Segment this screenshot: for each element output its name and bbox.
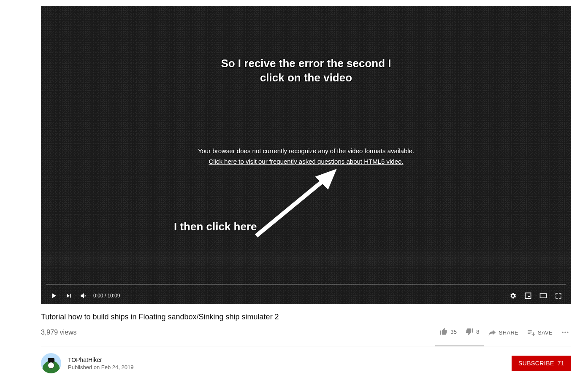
time-separator: /	[103, 293, 107, 299]
svg-point-2	[562, 332, 564, 333]
thumbs-up-icon	[439, 327, 448, 336]
video-title: Tutorial how to build ships in Floating …	[41, 313, 571, 321]
more-actions-button[interactable]	[559, 326, 571, 339]
theater-mode-button[interactable]	[536, 288, 551, 303]
dislike-count: 8	[476, 329, 480, 335]
more-horizontal-icon	[561, 328, 569, 337]
total-time: 10:09	[107, 293, 120, 299]
player-controls: 0:00 / 10:09	[41, 284, 571, 304]
annotation-line: click on the video	[41, 71, 571, 85]
annotation-text-top: So I recive the error the second I click…	[41, 57, 571, 85]
channel-name[interactable]: TOPhatHiker	[68, 356, 512, 363]
share-button[interactable]: SHARE	[484, 326, 523, 339]
volume-button[interactable]	[76, 288, 92, 303]
subscribe-button[interactable]: SUBSCRIBE 71	[512, 356, 571, 371]
video-player[interactable]: So I recive the error the second I click…	[41, 6, 571, 304]
miniplayer-button[interactable]	[520, 288, 536, 303]
annotation-line: So I recive the error the second I	[41, 57, 571, 71]
share-icon	[488, 328, 496, 337]
like-button[interactable]: 35	[435, 325, 461, 338]
svg-point-4	[567, 332, 568, 333]
settings-button[interactable]	[505, 288, 520, 303]
annotation-text-bottom: I then click here	[174, 220, 257, 233]
time-display: 0:00 / 10:09	[93, 293, 120, 299]
current-time: 0:00	[93, 293, 103, 299]
dislike-button[interactable]: 8	[461, 325, 484, 338]
playlist-add-icon	[527, 328, 535, 337]
share-label: SHARE	[499, 329, 518, 336]
video-actions: 35 8 SHARE SAVE	[435, 325, 571, 340]
progress-bar[interactable]	[46, 284, 566, 285]
error-text: Your browser does not currently recogniz…	[41, 147, 571, 154]
save-button[interactable]: SAVE	[523, 326, 557, 339]
like-count: 35	[450, 329, 457, 335]
next-button[interactable]	[61, 288, 76, 303]
subscriber-count: 71	[558, 360, 564, 367]
video-error-message: Your browser does not currently recogniz…	[41, 147, 571, 165]
svg-line-0	[256, 177, 328, 236]
play-button[interactable]	[46, 288, 61, 303]
fullscreen-button[interactable]	[551, 288, 566, 303]
publish-date: Published on Feb 24, 2019	[68, 364, 512, 370]
view-count: 3,979 views	[41, 329, 77, 336]
subscribe-label: SUBSCRIBE	[518, 360, 554, 367]
channel-avatar[interactable]	[41, 353, 61, 373]
thumbs-down-icon	[465, 327, 474, 336]
svg-point-3	[564, 332, 566, 333]
save-label: SAVE	[538, 329, 553, 336]
